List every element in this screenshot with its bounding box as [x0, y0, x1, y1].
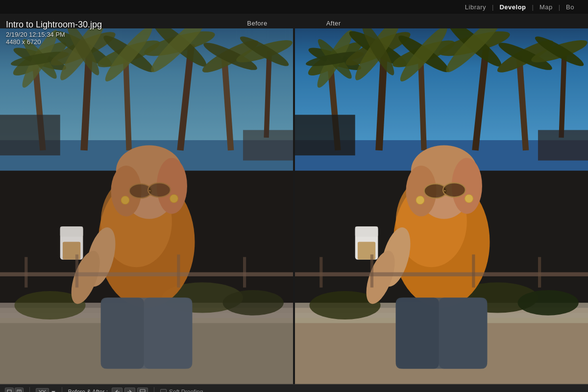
nav-library[interactable]: Library [459, 3, 492, 11]
svg-rect-119 [295, 28, 588, 384]
view-mode-group [5, 388, 24, 392]
swap-icon [140, 389, 146, 392]
toolbar-sep-2 [62, 387, 62, 392]
toolbar-sep-1 [29, 387, 30, 392]
arrow-left-icon [114, 389, 120, 392]
nav-develop[interactable]: Develop [493, 3, 532, 11]
nav-book[interactable]: Bo [560, 3, 580, 11]
split-view-icon [17, 390, 22, 392]
copy-settings-right-btn[interactable] [124, 388, 135, 392]
before-label: Before [247, 20, 267, 27]
swap-btn[interactable] [137, 388, 148, 392]
toolbar-sep-3 [154, 387, 154, 392]
svg-rect-126 [140, 390, 145, 392]
svg-rect-120 [7, 390, 11, 392]
svg-rect-59 [0, 28, 293, 384]
before-after-toggle-label: Before & After : [68, 389, 108, 392]
file-dimensions: 4480 x 6720 [6, 38, 102, 46]
after-label: After [326, 20, 341, 27]
single-view-btn[interactable] [5, 388, 14, 392]
after-image [295, 28, 588, 384]
after-panel [295, 28, 588, 384]
yy-dropdown-icon [51, 390, 56, 392]
soft-proofing-label: Soft Proofing [169, 389, 203, 392]
before-after-labels: Before After [0, 20, 588, 27]
bottom-toolbar: YY Before & After : [0, 384, 588, 392]
single-view-icon [7, 390, 12, 392]
arrow-right-icon [127, 389, 133, 392]
soft-proofing-checkbox[interactable] [160, 389, 167, 392]
before-panel [0, 28, 293, 384]
soft-proofing-group: Soft Proofing [160, 389, 203, 392]
main-area: Intro to Lightroom-30.jpg 2/19/20 12:15:… [0, 14, 588, 384]
nav-map[interactable]: Map [534, 3, 559, 11]
image-area [0, 14, 588, 384]
ba-swap-group [112, 388, 148, 392]
ba-mode-group: YY [36, 388, 56, 392]
split-view-btn[interactable] [15, 388, 24, 392]
before-image [0, 28, 293, 384]
file-date: 2/19/20 12:15:34 PM [6, 31, 102, 38]
top-navigation: Library | Develop | Map | Bo [0, 0, 588, 14]
copy-settings-left-btn[interactable] [112, 388, 122, 392]
yy-button[interactable]: YY [36, 388, 49, 392]
